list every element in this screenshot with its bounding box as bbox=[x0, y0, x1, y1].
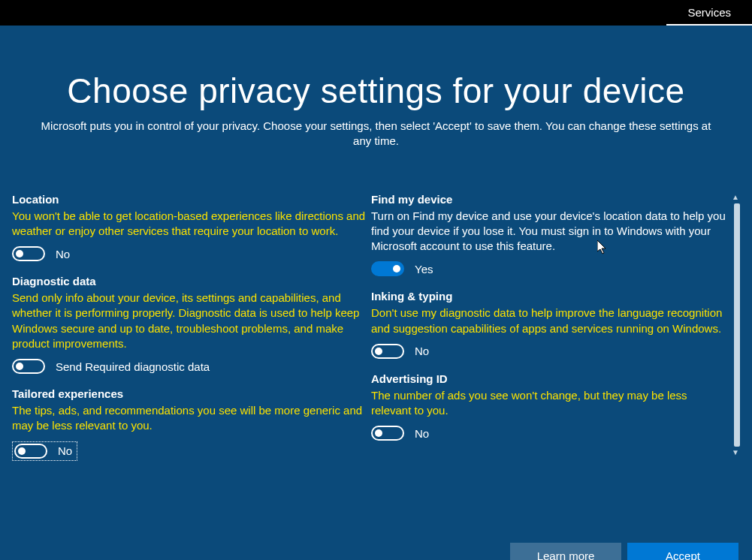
setting-advertising: Advertising ID The number of ads you see… bbox=[371, 372, 730, 441]
privacy-page: Choose privacy settings for your device … bbox=[0, 71, 752, 560]
setting-desc: The tips, ads, and recommendations you s… bbox=[12, 403, 371, 434]
scroll-thumb[interactable] bbox=[734, 203, 740, 447]
setting-findmydevice: Find my device Turn on Find my device an… bbox=[371, 193, 730, 277]
setting-title: Diagnostic data bbox=[12, 275, 371, 288]
page-subtitle: Microsoft puts you in control of your pr… bbox=[12, 119, 740, 149]
toggle-label: No bbox=[415, 345, 429, 357]
button-row: Learn more Accept bbox=[510, 543, 738, 560]
setting-title: Inking & typing bbox=[371, 290, 730, 303]
setting-title: Location bbox=[12, 193, 371, 206]
setting-title: Find my device bbox=[371, 193, 730, 206]
setting-desc: The number of ads you see won't change, … bbox=[371, 388, 730, 419]
toggle-diagnostic[interactable] bbox=[12, 359, 45, 374]
settings-col-right: Find my device Turn on Find my device an… bbox=[371, 193, 730, 475]
setting-desc: Send only info about your device, its se… bbox=[12, 291, 371, 351]
toggle-findmydevice[interactable] bbox=[371, 261, 404, 276]
toggle-label: Send Required diagnostic data bbox=[56, 360, 210, 373]
toggle-tailored[interactable] bbox=[14, 444, 47, 459]
setting-location: Location You won't be able to get locati… bbox=[12, 193, 371, 262]
toggle-location[interactable] bbox=[12, 246, 45, 261]
top-tab-bar: Services bbox=[0, 0, 752, 26]
settings-scrollbar[interactable]: ▲ ▼ bbox=[731, 193, 740, 457]
toggle-label: No bbox=[58, 444, 72, 457]
page-title: Choose privacy settings for your device bbox=[12, 71, 740, 111]
setting-desc: Turn on Find my device and use your devi… bbox=[371, 209, 730, 254]
focused-toggle-row: No bbox=[12, 441, 77, 461]
learn-more-button[interactable]: Learn more bbox=[510, 543, 621, 560]
setting-tailored: Tailored experiences The tips, ads, and … bbox=[12, 387, 371, 462]
settings-col-left: Location You won't be able to get locati… bbox=[12, 193, 371, 475]
scroll-down-icon[interactable]: ▼ bbox=[731, 448, 740, 457]
setting-desc: You won't be able to get location-based … bbox=[12, 209, 371, 239]
scroll-up-icon[interactable]: ▲ bbox=[731, 193, 740, 202]
setting-title: Tailored experiences bbox=[12, 387, 371, 400]
settings-area: Location You won't be able to get locati… bbox=[12, 193, 740, 475]
setting-diagnostic: Diagnostic data Send only info about you… bbox=[12, 275, 371, 374]
setting-inking: Inking & typing Don't use my diagnostic … bbox=[371, 290, 730, 359]
toggle-advertising[interactable] bbox=[371, 426, 404, 441]
setting-desc: Don't use my diagnostic data to help imp… bbox=[371, 306, 730, 336]
toggle-label: Yes bbox=[415, 263, 433, 275]
setting-title: Advertising ID bbox=[371, 372, 730, 385]
toggle-label: No bbox=[56, 248, 70, 260]
accept-button[interactable]: Accept bbox=[627, 543, 738, 560]
toggle-label: No bbox=[415, 427, 429, 440]
toggle-inking[interactable] bbox=[371, 344, 404, 359]
tab-services[interactable]: Services bbox=[666, 0, 752, 26]
